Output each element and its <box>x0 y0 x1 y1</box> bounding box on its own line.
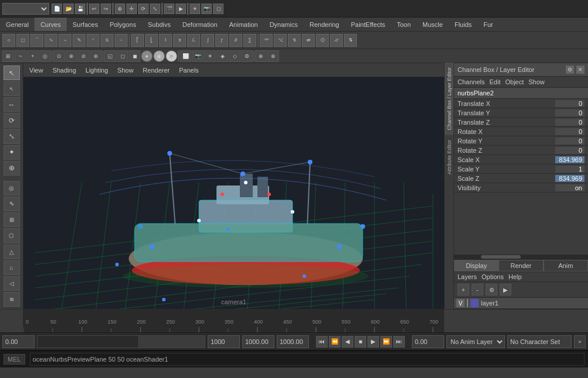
tool20[interactable]: ⌥ <box>274 34 287 47</box>
layer-visibility-btn[interactable]: V <box>456 299 465 307</box>
save-file-icon[interactable]: 💾 <box>75 4 85 14</box>
display-tab[interactable]: Display <box>454 260 498 272</box>
history2-icon[interactable]: ⊗ <box>66 50 77 62</box>
channel-rotate-z[interactable]: Rotate Z 0 <box>454 146 588 155</box>
tool22[interactable]: ⇌ <box>302 34 315 47</box>
end-frame-input[interactable] <box>208 335 240 348</box>
rotate-icon[interactable]: ⟳ <box>138 4 149 14</box>
tool23[interactable]: ⌬ <box>316 34 329 47</box>
paint-select-tool[interactable]: ↖ <box>4 81 20 96</box>
render-tab[interactable]: Render <box>498 260 543 272</box>
tool14[interactable]: ℒ <box>187 34 200 47</box>
pencil-tool[interactable]: ✎ <box>73 34 85 47</box>
tool18[interactable]: ∑ <box>243 34 256 47</box>
render-icon[interactable]: 🎬 <box>164 4 174 14</box>
lights-icon[interactable]: ☀ <box>190 4 200 14</box>
menu-general[interactable]: General <box>0 18 35 31</box>
range-slider[interactable] <box>37 335 205 348</box>
menu-polygons[interactable]: Polygons <box>104 18 142 31</box>
cv-curve-tool[interactable]: ⌒ <box>30 34 43 47</box>
workspace-dropdown[interactable]: Dynamics <box>2 3 49 15</box>
snap-view[interactable]: ◎ <box>39 50 51 62</box>
display-options[interactable]: ◱ <box>104 50 116 62</box>
layer-item[interactable]: V layer1 <box>454 298 588 309</box>
viewport[interactable]: View Shading Lighting Show Renderer Pane… <box>23 63 444 309</box>
create-poly-tool[interactable]: △ <box>4 245 20 259</box>
edit-tab[interactable]: Edit <box>489 78 500 86</box>
options-menu[interactable]: Options <box>482 273 504 280</box>
channel-translate-z[interactable]: Translate Z 0 <box>454 118 588 127</box>
tool21[interactable]: ↯ <box>288 34 301 47</box>
tool9[interactable]: ~ <box>115 34 128 47</box>
select-tool[interactable]: ↖ <box>4 66 20 80</box>
tool15[interactable]: ∫ <box>201 34 214 47</box>
universal-tool[interactable]: ✦ <box>4 145 20 160</box>
history4-icon[interactable]: ⊛ <box>90 50 102 62</box>
menu-dynamics[interactable]: Dynamics <box>264 18 304 31</box>
tool16[interactable]: ƒ <box>215 34 228 47</box>
menu-curves[interactable]: Curves <box>35 18 67 31</box>
sphere2-icon[interactable]: ◉ <box>153 50 165 62</box>
menu-deformation[interactable]: Deformation <box>177 18 223 31</box>
show-tab[interactable]: Show <box>528 78 545 86</box>
paint-tool[interactable]: ✎ <box>4 197 20 211</box>
channel-scale-x[interactable]: Scale X 834.969 <box>454 155 588 164</box>
channel-translate-x[interactable]: Translate X 0 <box>454 99 588 108</box>
tool8[interactable]: S <box>101 34 114 47</box>
sculpt-tool[interactable]: ⬡ <box>4 228 20 243</box>
channel-box-close[interactable]: ✕ <box>576 66 584 74</box>
scale-tool[interactable]: ⤡ <box>4 129 20 143</box>
delete-layer-btn[interactable]: - <box>472 284 483 295</box>
camera-sel[interactable]: 📷 <box>192 50 204 62</box>
play-fwd-btn[interactable]: ▶ <box>367 336 379 348</box>
circle-tool[interactable]: ○ <box>2 34 15 47</box>
open-file-icon[interactable]: 📂 <box>63 4 74 14</box>
move-tool[interactable]: ↔ <box>4 97 20 112</box>
anim-tab[interactable]: Anim <box>544 260 588 272</box>
channel-scale-z[interactable]: Scale Z 834.969 <box>454 174 588 183</box>
tool17[interactable]: ∂ <box>229 34 242 47</box>
wireframe-icon[interactable]: ◻ <box>116 50 128 62</box>
start-frame-input[interactable] <box>2 335 35 348</box>
smooth-icon[interactable]: ◼ <box>129 50 140 62</box>
go-start-btn[interactable]: ⏮ <box>316 336 328 348</box>
menu-muscle[interactable]: Muscle <box>417 18 449 31</box>
channel-box-side-tab[interactable]: Channel Box / Layer Editor <box>445 63 453 135</box>
play-back-btn[interactable]: ◀ <box>342 336 353 348</box>
time-value-display[interactable] <box>412 335 444 348</box>
menu-fur[interactable]: Fur <box>477 18 499 31</box>
timeline-ruler[interactable]: 0 50 100 150 200 250 300 350 400 450 500… <box>23 310 444 332</box>
layers-menu[interactable]: Layers <box>458 273 477 280</box>
light-icon[interactable]: ☀ <box>204 50 216 62</box>
menu-animation[interactable]: Animation <box>223 18 264 31</box>
channel-rotate-x[interactable]: Rotate X 0 <box>454 127 588 136</box>
cameras-icon[interactable]: 📷 <box>201 4 212 14</box>
new-layer-btn[interactable]: + <box>458 284 469 295</box>
viewport-3d[interactable]: 1280 x 720 <box>23 77 444 309</box>
menu-surfaces[interactable]: Surfaces <box>67 18 104 31</box>
layer-anim-btn[interactable]: ▶ <box>500 284 511 295</box>
snap-point[interactable]: + <box>27 50 39 62</box>
new-file-icon[interactable]: 📄 <box>51 4 62 14</box>
soft-mod[interactable]: ⊗ <box>267 50 279 62</box>
tool11[interactable]: ⎣ <box>145 34 158 47</box>
layer-options-btn[interactable]: ⚙ <box>486 284 497 295</box>
viewport-menu-panels[interactable]: Panels <box>176 66 202 75</box>
viewport-menu-view[interactable]: View <box>26 66 47 75</box>
redo-icon[interactable]: ↪ <box>101 4 111 14</box>
tool19[interactable]: ⌤ <box>260 34 273 47</box>
viewport-menu-lighting[interactable]: Lighting <box>82 66 112 75</box>
anim-layer-select[interactable]: No Anim Layer <box>446 335 505 348</box>
square-tool[interactable]: □ <box>16 34 29 47</box>
cube-icon[interactable]: ⬜ <box>180 50 191 62</box>
sphere-icon[interactable]: ● <box>141 50 153 62</box>
tool24[interactable]: ⌭ <box>330 34 343 47</box>
viewport-menu-shading[interactable]: Shading <box>49 66 80 75</box>
channel-box-settings[interactable]: ⚙ <box>566 66 574 74</box>
playback-start-input[interactable] <box>242 335 274 348</box>
help-menu[interactable]: Help <box>508 273 522 280</box>
bezier-tool[interactable]: ⌣ <box>59 34 71 47</box>
step-back-btn[interactable]: ⏪ <box>329 336 341 348</box>
extrude-tool[interactable]: ⌂ <box>4 260 20 275</box>
snap-grid[interactable]: ⊞ <box>2 50 14 62</box>
